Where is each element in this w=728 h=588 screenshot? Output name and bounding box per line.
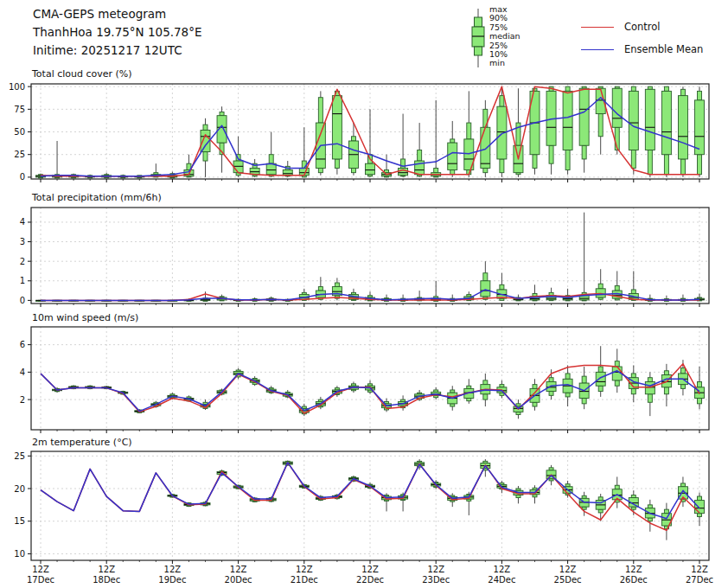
svg-text:12Z: 12Z — [691, 565, 708, 574]
svg-text:12Z: 12Z — [361, 565, 379, 574]
svg-text:0: 0 — [20, 296, 25, 305]
svg-text:10: 10 — [14, 549, 25, 559]
svg-text:21Dec: 21Dec — [291, 575, 318, 585]
svg-text:6: 6 — [20, 340, 25, 349]
meteogram-page: CMA-GEPS meteogram ThanhHoa 19.75°N 105.… — [0, 0, 728, 588]
svg-text:4: 4 — [20, 368, 25, 377]
svg-text:27Dec: 27Dec — [686, 575, 713, 585]
svg-text:19Dec: 19Dec — [158, 575, 186, 585]
svg-text:50: 50 — [14, 127, 25, 137]
svg-text:15: 15 — [14, 516, 25, 526]
svg-text:12Z: 12Z — [164, 565, 182, 574]
svg-text:18Dec: 18Dec — [93, 575, 120, 585]
svg-text:23Dec: 23Dec — [422, 575, 450, 585]
svg-text:12Z: 12Z — [559, 565, 577, 574]
svg-text:12Z: 12Z — [230, 565, 247, 574]
svg-text:12Z: 12Z — [32, 565, 49, 574]
svg-text:1: 1 — [20, 276, 25, 285]
svg-text:12Z: 12Z — [296, 565, 313, 574]
svg-text:12Z: 12Z — [625, 565, 642, 574]
svg-text:24Dec: 24Dec — [488, 575, 515, 585]
svg-text:25: 25 — [14, 150, 25, 159]
svg-text:100: 100 — [9, 82, 25, 92]
svg-text:0: 0 — [20, 172, 25, 182]
svg-text:20: 20 — [14, 484, 25, 494]
svg-text:25: 25 — [14, 451, 25, 461]
svg-text:75: 75 — [14, 105, 25, 114]
svg-text:12Z: 12Z — [427, 565, 444, 574]
svg-text:22Dec: 22Dec — [356, 575, 384, 585]
svg-text:4: 4 — [20, 217, 25, 227]
meteogram-plot: 0255075100012342461015202512Z17Dec12Z18D… — [0, 0, 728, 588]
svg-text:17Dec: 17Dec — [27, 575, 54, 585]
svg-text:26Dec: 26Dec — [620, 575, 648, 585]
svg-text:12Z: 12Z — [98, 565, 115, 574]
svg-text:3: 3 — [20, 237, 25, 246]
svg-text:2: 2 — [20, 395, 25, 405]
svg-text:2: 2 — [20, 257, 25, 266]
svg-text:20Dec: 20Dec — [225, 575, 252, 585]
svg-text:12Z: 12Z — [494, 565, 511, 574]
svg-text:25Dec: 25Dec — [554, 575, 582, 585]
